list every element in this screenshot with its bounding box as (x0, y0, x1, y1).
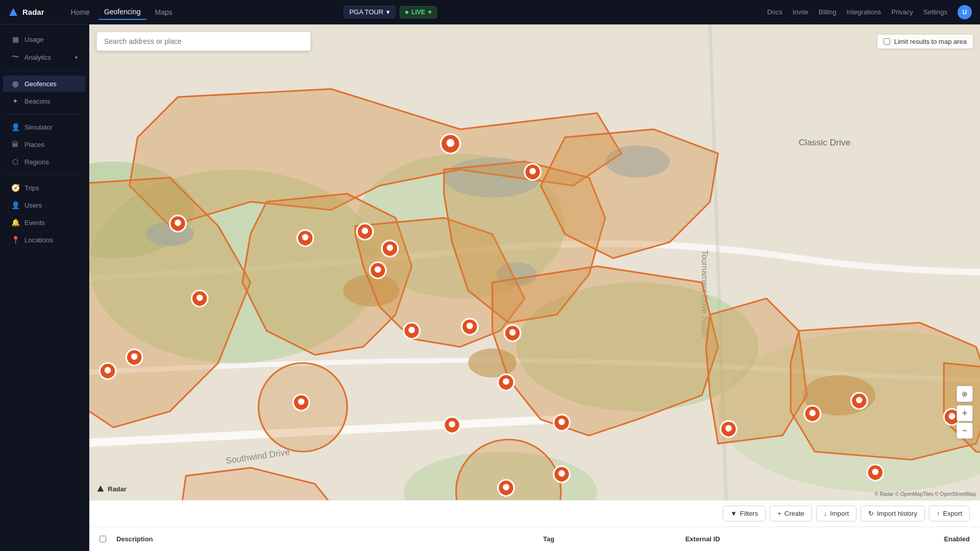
sidebar-label-trips: Trips (24, 184, 78, 192)
svg-point-36 (447, 139, 455, 147)
import-history-icon: ↻ (868, 510, 874, 517)
topbar-nav-maps[interactable]: Maps (149, 5, 179, 19)
billing-link[interactable]: Billing (819, 8, 837, 16)
create-icon: + (777, 510, 781, 517)
regions-icon: ⬡ (11, 158, 19, 166)
svg-point-81 (449, 421, 455, 428)
usage-icon: ▦ (11, 35, 19, 43)
map-location-button[interactable]: ⊕ (957, 386, 973, 402)
filters-button[interactable]: ▼ Filters (723, 506, 766, 521)
topbar-right: Docs Invite Billing Integrations Privacy… (767, 5, 972, 19)
svg-point-63 (467, 322, 473, 329)
filters-label: Filters (740, 510, 758, 517)
sidebar-item-places[interactable]: 🏛 Places (3, 136, 86, 153)
create-label: Create (785, 510, 804, 517)
topbar-center: PGA TOUR ▾ LIVE ▾ (344, 6, 436, 18)
table-col-enabled: Enabled (827, 535, 970, 543)
live-label: LIVE (411, 9, 425, 16)
map-container[interactable]: Southwind Drive Tournament Drive South C… (89, 24, 980, 500)
sidebar-label-users: Users (24, 202, 78, 209)
app-logo[interactable]: Radar (8, 7, 44, 17)
privacy-link[interactable]: Privacy (891, 8, 913, 16)
svg-point-66 (509, 329, 516, 336)
export-icon: ↑ (937, 510, 940, 517)
users-icon: 👤 (11, 201, 19, 209)
sidebar-label-events: Events (24, 219, 78, 227)
env-live-badge[interactable]: LIVE ▾ (400, 6, 437, 18)
filters-icon: ▼ (730, 510, 737, 517)
sidebar-label-geofences: Geofences (24, 80, 78, 88)
integrations-link[interactable]: Integrations (846, 8, 881, 16)
sidebar-label-beacons: Beacons (24, 97, 78, 105)
sidebar: ▦ Usage 〜 Analytics ▾ ◎ Geofences ✦ Beac… (0, 24, 89, 551)
export-button[interactable]: ↑ Export (929, 506, 970, 521)
main-layout: ▦ Usage 〜 Analytics ▾ ◎ Geofences ✦ Beac… (0, 24, 980, 551)
topbar-nav-home[interactable]: Home (65, 5, 96, 19)
svg-point-111 (503, 484, 509, 490)
map-search-bar (96, 32, 311, 51)
limit-results-checkbox[interactable] (884, 38, 890, 45)
table-col-external-id: External ID (685, 535, 828, 543)
settings-link[interactable]: Settings (923, 8, 947, 16)
map-zoom-in-button[interactable]: + (957, 405, 973, 421)
sidebar-item-locations[interactable]: 📍 Locations (3, 232, 86, 248)
svg-marker-0 (9, 8, 17, 16)
sidebar-item-analytics[interactable]: 〜 Analytics ▾ (3, 48, 86, 66)
svg-point-60 (408, 327, 415, 333)
limit-results-label: Limit results to map area (894, 38, 967, 45)
org-selector[interactable]: PGA TOUR ▾ (344, 6, 396, 18)
svg-point-84 (503, 378, 509, 385)
live-chevron-icon: ▾ (428, 9, 431, 16)
svg-point-57 (197, 294, 203, 301)
sidebar-item-geofences[interactable]: ◎ Geofences (3, 76, 86, 92)
sidebar-item-regions[interactable]: ⬡ Regions (3, 154, 86, 170)
svg-point-102 (872, 468, 879, 475)
svg-point-99 (856, 397, 863, 404)
docs-link[interactable]: Docs (767, 8, 782, 16)
sidebar-item-trips[interactable]: 🧭 Trips (3, 180, 86, 196)
sidebar-item-simulator[interactable]: 👤 Simulator (3, 119, 86, 135)
org-name: PGA TOUR (349, 8, 383, 16)
geofences-icon: ◎ (11, 80, 19, 88)
create-button[interactable]: + Create (770, 506, 812, 521)
svg-point-78 (298, 398, 305, 405)
svg-point-45 (302, 234, 309, 241)
simulator-icon: 👤 (11, 123, 19, 131)
sidebar-item-beacons[interactable]: ✦ Beacons (3, 93, 86, 109)
invite-link[interactable]: Invite (793, 8, 808, 16)
table-header: Description Tag External ID Enabled (89, 527, 980, 551)
sidebar-label-locations: Locations (24, 236, 78, 244)
svg-point-96 (809, 410, 816, 416)
sidebar-item-users[interactable]: 👤 Users (3, 197, 86, 213)
sidebar-divider-2 (6, 114, 83, 114)
svg-point-54 (375, 266, 381, 273)
sidebar-label-analytics: Analytics (24, 54, 70, 61)
sidebar-divider-3 (6, 174, 83, 175)
analytics-icon: 〜 (11, 53, 19, 62)
map-watermark: Radar (96, 485, 127, 493)
live-dot-icon (405, 11, 408, 14)
topbar-nav-geofencing[interactable]: Geofencing (98, 5, 147, 20)
locations-icon: 📍 (11, 236, 19, 244)
beacons-icon: ✦ (11, 97, 19, 105)
import-label: Import (830, 510, 849, 517)
table-select-all-checkbox[interactable] (100, 536, 106, 542)
map-svg: Southwind Drive Tournament Drive South C… (89, 24, 980, 500)
svg-point-48 (362, 228, 369, 234)
svg-point-90 (558, 470, 565, 477)
import-history-button[interactable]: ↻ Import history (861, 506, 925, 521)
map-zoom-out-button[interactable]: − (957, 422, 973, 439)
topbar-nav: Home Geofencing Maps (65, 5, 179, 20)
import-button[interactable]: ↓ Import (816, 506, 856, 521)
trips-icon: 🧭 (11, 184, 19, 192)
limit-results-control[interactable]: Limit results to map area (877, 35, 973, 48)
content-area: Southwind Drive Tournament Drive South C… (89, 24, 980, 551)
attribution-text: © Radar © OpenMapTiles © OpenStreetMap (875, 491, 976, 497)
map-search-input[interactable] (96, 32, 311, 51)
user-avatar[interactable]: U (958, 5, 972, 19)
events-icon: 🔔 (11, 218, 19, 227)
svg-point-93 (725, 425, 732, 432)
sidebar-item-events[interactable]: 🔔 Events (3, 214, 86, 231)
sidebar-item-usage[interactable]: ▦ Usage (3, 31, 86, 47)
map-attribution: © Radar © OpenMapTiles © OpenStreetMap (875, 491, 976, 497)
